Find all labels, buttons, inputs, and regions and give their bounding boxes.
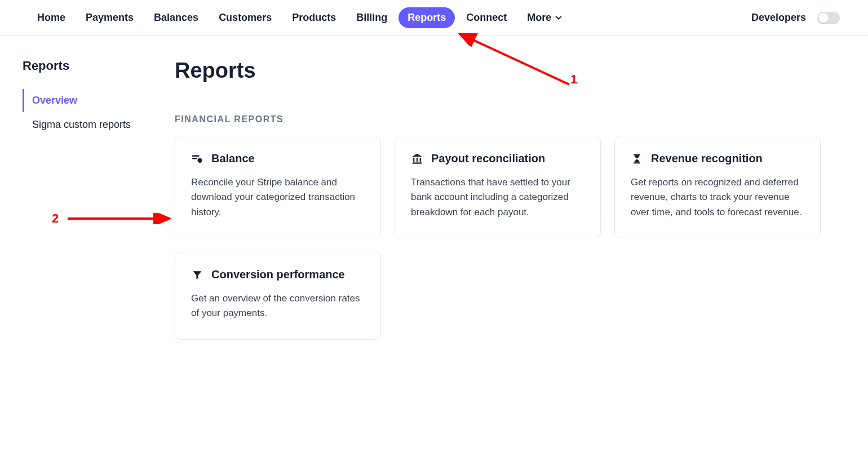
svg-rect-5 [417,158,418,162]
bank-icon [411,153,423,165]
nav-balances[interactable]: Balances [145,7,207,28]
sidebar-item-sigma[interactable]: Sigma custom reports [23,113,158,136]
card-desc: Get reports on recognized and deferred r… [631,175,804,220]
nav-reports[interactable]: Reports [398,7,455,28]
svg-rect-7 [634,154,640,155]
sidebar-item-overview[interactable]: Overview [23,89,158,112]
card-title: Conversion performance [211,268,345,281]
card-title: Revenue recognition [651,152,763,165]
main-content: Reports FINANCIAL REPORTS Balance Reconc… [175,59,840,340]
section-label: FINANCIAL REPORTS [175,114,840,125]
card-desc: Get an overview of the conversion rates … [191,291,365,321]
nav-products[interactable]: Products [283,7,345,28]
funnel-icon [191,269,203,281]
hourglass-icon [631,153,643,165]
sidebar-title: Reports [23,59,158,73]
top-nav: Home Payments Balances Customers Product… [0,0,868,36]
svg-point-2 [197,158,202,162]
nav-home[interactable]: Home [28,7,74,28]
nav-connect[interactable]: Connect [457,7,516,28]
nav-more-label: More [527,12,551,24]
svg-rect-4 [413,158,414,162]
developers-label[interactable]: Developers [751,12,806,24]
chevron-down-icon [555,14,563,22]
svg-rect-3 [413,162,422,163]
nav-billing[interactable]: Billing [347,7,396,28]
svg-rect-1 [192,158,197,159]
svg-rect-0 [192,155,200,156]
cards-grid: Balance Reconcile your Stripe balance an… [175,136,840,340]
card-title: Payout reconciliation [431,152,545,165]
nav-payments[interactable]: Payments [77,7,143,28]
card-title: Balance [211,152,255,165]
card-conversion-performance[interactable]: Conversion performance Get an overview o… [175,252,381,340]
card-desc: Reconcile your Stripe balance and downlo… [191,175,365,220]
card-payout-reconciliation[interactable]: Payout reconciliation Transactions that … [395,136,601,238]
nav-customers[interactable]: Customers [210,7,281,28]
card-desc: Transactions that have settled to your b… [411,175,584,220]
balance-icon [191,153,203,165]
page-title: Reports [175,59,840,83]
svg-rect-6 [420,158,421,162]
card-revenue-recognition[interactable]: Revenue recognition Get reports on recog… [614,136,821,238]
svg-rect-8 [634,162,640,163]
nav-more[interactable]: More [518,7,572,28]
card-balance[interactable]: Balance Reconcile your Stripe balance an… [175,136,381,238]
test-mode-toggle[interactable] [817,12,840,24]
sidebar: Reports Overview Sigma custom reports [23,59,158,340]
